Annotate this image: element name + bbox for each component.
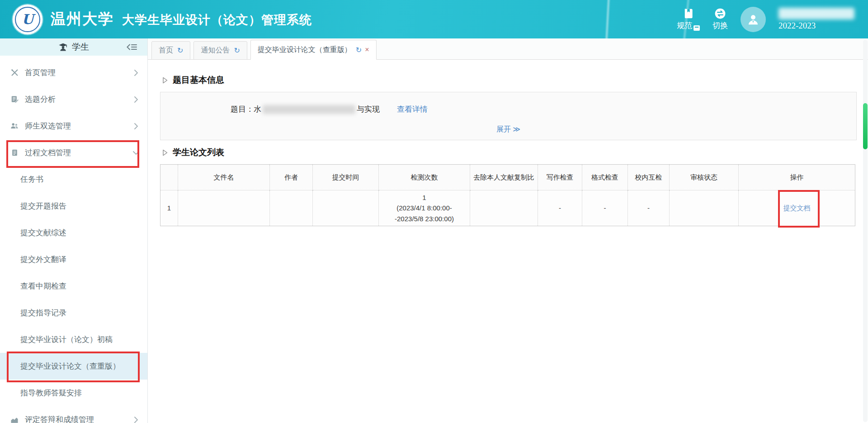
sidebar-item-label: 提交指导记录 [20,308,66,318]
topic-label: 题目： [231,104,254,114]
paper-list-title-text: 学生论文列表 [173,147,224,158]
sidebar-role-header: 学生 [0,38,147,56]
sidebar-item-9[interactable]: 提交指导记录 [0,299,147,326]
topic-redacted [263,105,355,114]
triangle-marker-icon [162,149,168,156]
sidebar-item-label: 选题分析 [25,94,56,105]
tab-label: 提交毕业设计论文（查重版） [258,45,352,55]
sidebar-item-0[interactable]: 首页管理 [0,59,147,86]
sidebar-item-8[interactable]: 查看中期检查 [0,273,147,299]
tab-label: 首页 [159,46,173,55]
sidebar-item-label: 提交开题报告 [20,201,66,211]
chevron-right-icon [134,416,138,423]
sidebar-item-3[interactable]: 过程文档管理 [0,139,147,166]
file-icon [9,148,20,157]
standards-label: 规范 [677,20,692,31]
switch-role-button[interactable]: 切换 [712,8,728,31]
sidebar-item-label: 评定答辩和成绩管理 [25,414,94,423]
sidebar-item-1[interactable]: 选题分析 [0,86,147,113]
topic-text-suffix: 与实现 [357,104,380,114]
close-icon[interactable]: × [365,46,369,54]
column-header-1: 文件名 [178,165,270,190]
cell-action: 提交文档 [739,190,855,226]
sidebar-item-label: 提交文献综述 [20,228,66,238]
expand-link[interactable]: 展开 ≫ [160,125,856,134]
chevron-right-icon [134,123,138,130]
topic-section-title-text: 题目基本信息 [173,74,224,86]
table-header-row: 文件名作者提交时间检测次数去除本人文献复制比写作检查格式检查校内互检审核状态操作 [160,165,855,190]
paper-list-section-title: 学生论文列表 [162,147,857,158]
column-header-7: 格式检查 [582,165,628,190]
cell-remove-self-ratio [470,190,538,226]
topic-section-title: 题目基本信息 [162,74,857,86]
sidebar-item-label: 过程文档管理 [25,147,71,158]
vertical-scrollbar[interactable] [863,40,868,422]
user-info: 2022-2023 [778,8,854,31]
sidebar-item-6[interactable]: 提交文献综述 [0,219,147,246]
column-header-5: 去除本人文献复制比 [470,165,538,190]
university-name: 温州大学 [51,9,114,29]
refresh-icon[interactable]: ↻ [356,46,362,54]
flag-icon [693,25,700,31]
sidebar-item-5[interactable]: 提交开题报告 [0,193,147,219]
cell-submit-time [313,190,379,226]
doc-edit-icon [9,95,20,104]
sidebar-item-label: 首页管理 [25,67,56,78]
sidebar-collapse-icon[interactable] [126,43,137,52]
scrollbar-thumb[interactable] [863,103,868,149]
column-header-6: 写作检查 [538,165,582,190]
sidebar-item-4[interactable]: 任务书 [0,166,147,193]
app-window: U 温州大学 大学生毕业设计（论文）管理系统 规范 切换 [0,0,868,423]
tab-0[interactable]: 首页↻ [151,41,190,60]
triangle-marker-icon [162,77,168,84]
column-header-4: 检测次数 [379,165,470,190]
sidebar-item-10[interactable]: 提交毕业设计（论文）初稿 [0,326,147,353]
topic-info-panel: 题目： 水 与实现 查看详情 展开 ≫ [160,92,857,140]
chevron-right-icon [134,96,138,103]
sidebar-item-7[interactable]: 提交外文翻译 [0,246,147,273]
student-paper-table: 文件名作者提交时间检测次数去除本人文献复制比写作检查格式检查校内互检审核状态操作… [160,164,855,226]
user-name-redacted [778,8,854,19]
submit-document-link[interactable]: 提交文档 [783,204,811,212]
table-row: 11(2023/4/1 8:00:00--2023/5/8 23:00:00)-… [160,190,855,226]
sidebar-item-12[interactable]: 指导教师答疑安排 [0,380,147,406]
sidebar-item-11[interactable]: 提交毕业设计论文（查重版） [0,353,147,380]
users-icon [9,122,20,130]
cell-seq: 1 [160,190,178,226]
cell-detect-count: 1(2023/4/1 8:00:00--2023/5/8 23:00:00) [379,190,470,226]
switch-icon [714,8,726,19]
sidebar-nav: 首页管理选题分析师生双选管理过程文档管理任务书提交开题报告提交文献综述提交外文翻… [0,56,147,423]
refresh-icon[interactable]: ↻ [234,46,240,55]
tab-2[interactable]: 提交毕业设计论文（查重版）↻× [250,40,377,60]
standards-button[interactable]: 规范 [677,8,700,31]
sidebar-item-13[interactable]: 评定答辩和成绩管理 [0,406,147,423]
sidebar-item-label: 提交毕业设计论文（查重版） [20,361,120,371]
cell-file-name [178,190,270,226]
chevron-right-icon [134,69,138,76]
main-area: 首页↻通知公告↻提交毕业设计论文（查重版）↻× 题目基本信息 题目： 水 与实现… [148,38,868,423]
top-header-bar: U 温州大学 大学生毕业设计（论文）管理系统 规范 切换 [0,0,868,38]
column-header-8: 校内互检 [628,165,670,190]
user-avatar[interactable] [741,7,766,32]
student-icon [58,43,68,52]
book-icon [683,8,694,19]
column-header-10: 操作 [739,165,855,190]
page-content: 题目基本信息 题目： 水 与实现 查看详情 展开 ≫ [148,60,868,423]
column-header-2: 作者 [270,165,313,190]
cell-writing-check: - [538,190,582,226]
academic-year: 2022-2023 [778,21,854,31]
topic-text-prefix: 水 [254,104,261,114]
cell-review-status [670,190,739,226]
sidebar-item-label: 指导教师答疑安排 [20,388,82,398]
tab-bar: 首页↻通知公告↻提交毕业设计论文（查重版）↻× [148,38,868,60]
sidebar-item-label: 提交外文翻译 [20,254,66,265]
system-title: 大学生毕业设计（论文）管理系统 [122,12,312,28]
role-label: 学生 [72,41,89,53]
tab-1[interactable]: 通知公告↻ [193,41,247,60]
university-logo-emblem: U [15,7,40,32]
sidebar-item-2[interactable]: 师生双选管理 [0,113,147,139]
app-title-group: 温州大学 大学生毕业设计（论文）管理系统 [51,9,312,29]
sidebar-item-label: 任务书 [20,174,43,185]
refresh-icon[interactable]: ↻ [177,46,183,55]
view-detail-link[interactable]: 查看详情 [397,104,428,114]
